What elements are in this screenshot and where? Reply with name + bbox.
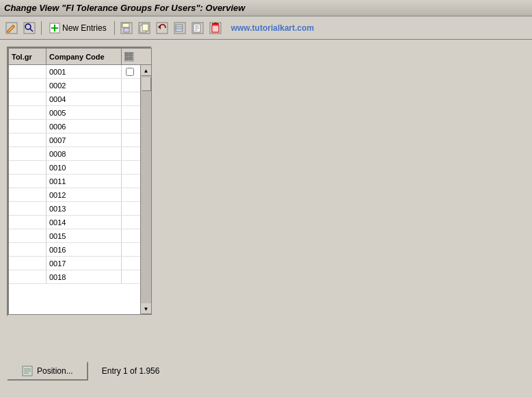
table-row[interactable]: 0013 [9, 202, 140, 216]
cell-tol-gr [9, 188, 46, 201]
table-row[interactable]: 0004 [9, 92, 140, 106]
toolbar: New Entries [0, 16, 532, 40]
cell-tol-gr [9, 175, 46, 188]
toolbar-separator-1 [41, 21, 42, 35]
cell-tol-gr [9, 133, 46, 146]
svg-rect-31 [125, 57, 129, 60]
svg-rect-25 [212, 25, 219, 32]
svg-rect-29 [125, 53, 129, 56]
cell-tol-gr [9, 106, 46, 119]
svg-rect-16 [176, 25, 183, 31]
table-row[interactable]: 0006 [9, 120, 140, 133]
entry-info-text: Entry 1 of 1.956 [102, 366, 160, 376]
table-row[interactable]: 0001 [9, 65, 140, 79]
table-row[interactable]: 0005 [9, 106, 140, 120]
cell-company-code: 0002 [46, 79, 122, 92]
main-content: Tol.gr Company Code [0, 40, 532, 394]
new-entries-button[interactable]: New Entries [46, 21, 110, 35]
position-button[interactable]: Position... [7, 361, 88, 381]
cell-tol-gr [9, 120, 46, 133]
table-row[interactable]: 0007 [9, 133, 140, 147]
save-icon[interactable] [119, 21, 134, 36]
table-row[interactable]: 0018 [9, 270, 140, 284]
cell-company-code: 0015 [46, 229, 122, 242]
delete-icon[interactable] [208, 21, 223, 36]
table-row[interactable]: 0017 [9, 257, 140, 270]
cell-tol-gr [9, 229, 46, 242]
new-entries-label: New Entries [62, 23, 107, 33]
table-row[interactable]: 0011 [9, 175, 140, 188]
copy-icon[interactable] [137, 21, 152, 36]
page-title: Change View "FI Tolerance Groups For Use… [4, 3, 245, 13]
toolbar-separator-2 [114, 21, 115, 35]
scroll-down-button[interactable]: ▼ [141, 303, 152, 314]
cell-tol-gr [9, 202, 46, 215]
move-icon[interactable] [172, 21, 187, 36]
undo-icon[interactable] [155, 21, 170, 36]
cell-company-code: 0018 [46, 270, 122, 283]
table-row[interactable]: 0012 [9, 188, 140, 202]
table-row[interactable]: 0010 [9, 161, 140, 175]
cell-company-code: 0001 [46, 65, 122, 78]
scroll-up-button[interactable]: ▲ [141, 65, 152, 76]
table-row[interactable]: 0016 [9, 243, 140, 257]
cell-tol-gr [9, 270, 46, 283]
edit-icon[interactable] [4, 21, 19, 36]
cell-company-code: 0011 [46, 175, 122, 188]
watermark-text: www.tutorialkart.com [231, 23, 315, 33]
cell-tol-gr [9, 79, 46, 92]
cell-tol-gr [9, 257, 46, 270]
scroll-thumb[interactable] [142, 77, 151, 91]
scroll-track[interactable] [141, 76, 152, 303]
cell-tol-gr [9, 216, 46, 229]
column-header-tol-gr: Tol.gr [9, 49, 46, 64]
svg-rect-12 [142, 24, 148, 31]
column-header-company-code: Company Code [46, 49, 122, 64]
cell-company-code: 0005 [46, 106, 122, 119]
cell-tol-gr [9, 147, 46, 160]
title-bar: Change View "FI Tolerance Groups For Use… [0, 0, 532, 16]
position-icon [22, 366, 33, 376]
table-row[interactable]: 0008 [9, 147, 140, 161]
paste-icon[interactable] [190, 21, 205, 36]
svg-rect-8 [122, 23, 129, 27]
row-checkbox[interactable] [126, 68, 134, 76]
table-body: 0001 0002 [9, 65, 140, 314]
cell-company-code: 0006 [46, 120, 122, 133]
search-icon[interactable] [22, 21, 37, 36]
cell-tol-gr [9, 65, 46, 78]
cell-tol-gr [9, 243, 46, 256]
cell-company-code: 0017 [46, 257, 122, 270]
svg-rect-30 [129, 53, 133, 56]
cell-tol-gr [9, 92, 46, 105]
cell-company-code: 0014 [46, 216, 122, 229]
data-table: Tol.gr Company Code [7, 47, 152, 316]
svg-rect-9 [124, 28, 129, 32]
cell-company-code: 0008 [46, 147, 122, 160]
table-row[interactable]: 0002 [9, 79, 140, 92]
cell-company-code: 0012 [46, 188, 122, 201]
table-row[interactable]: 0014 [9, 216, 140, 229]
cell-company-code: 0010 [46, 161, 122, 174]
cell-tol-gr [9, 161, 46, 174]
cell-company-code: 0013 [46, 202, 122, 215]
position-button-label: Position... [37, 366, 73, 376]
cell-company-code: 0007 [46, 133, 122, 146]
vertical-scrollbar: ▲ ▼ [140, 65, 151, 314]
svg-rect-32 [129, 57, 133, 60]
cell-company-code: 0004 [46, 92, 122, 105]
table-header: Tol.gr Company Code [9, 49, 151, 65]
column-settings-icon[interactable] [122, 49, 137, 64]
cell-company-code: 0016 [46, 243, 122, 256]
table-row[interactable]: 0015 [9, 229, 140, 243]
